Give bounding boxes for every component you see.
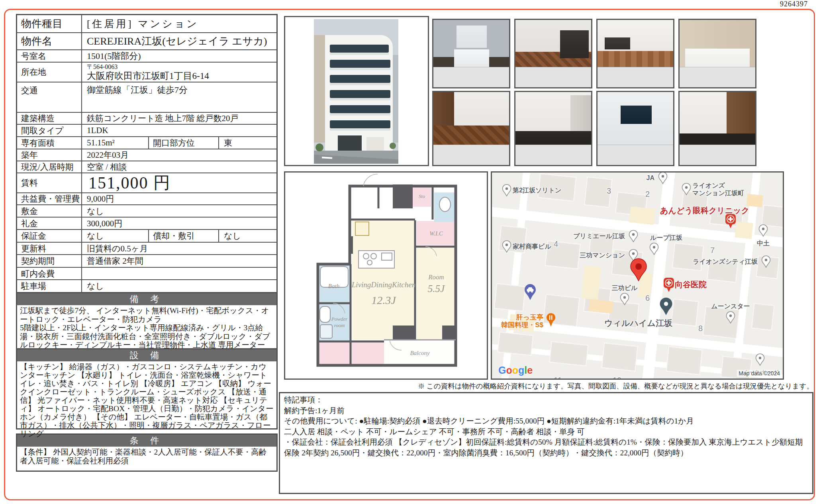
photo-image [680,20,755,67]
photo-caption-strip [680,145,755,165]
map-poi-label[interactable]: 向谷医院 [675,281,707,288]
spec-label: 賃料 [17,173,82,192]
map-pin-poi-7[interactable] [629,230,638,244]
map-pin-poi-2[interactable] [658,172,668,186]
remarks-body: 江坂駅まで徒歩7分、 インターネット無料(Wi-Fi付)・宅配ボックス・オートロ… [17,305,276,348]
map-poi-label[interactable]: ムーンスター [699,302,762,310]
photo-caption-strip [680,67,755,87]
floor-plan-image: LivingDiningKitchen 12.3J Room 5.5J W.I.… [285,173,487,378]
photo-image [433,92,509,145]
map-pin-poi-26[interactable] [755,353,765,368]
photo-image [515,92,591,145]
spec-row-13: 礼金300,000円 [17,217,276,229]
photo-caption-strip [598,67,673,87]
spec-table: 物件種目[住居用] マンション物件名CEREJEIRA江坂(セレジェイラ エサカ… [16,14,278,293]
spec-row-4: 交通御堂筋線「江坂」徒歩7分 [17,82,276,112]
map-pin-poi-0[interactable] [502,184,511,198]
map-poi-label[interactable]: ライオンズシティ江坂 [693,258,758,265]
spec-row-10: 賃料151,000 円 [17,173,276,192]
map-pin-dark-22[interactable] [659,297,673,317]
map-poi-label[interactable]: 中土 [731,239,784,247]
google-logo-letter: o [506,365,512,376]
spec-column: 物件種目[住居用] マンション物件名CEREJEIRA江坂(セレジェイラ エサカ… [16,14,278,472]
map-poi-label[interactable]: ライオンズ マンション江坂町 [692,182,744,197]
building-exterior-photo [284,16,429,166]
map-pin-poi-17[interactable] [620,293,629,307]
map-pin-poi-12[interactable] [758,224,768,239]
map-poi-label[interactable]: 家村商事ビル [513,243,551,250]
spec-label: 駐車場 [17,280,82,292]
google-logo[interactable]: Google [498,365,533,376]
google-logo-letter: G [498,365,506,376]
photo-caption-strip [515,145,591,165]
photo-caption-strip [433,145,509,165]
spec-value: 旧賃料の0.5ヶ月 [82,243,276,254]
spec-row-14: 保証金なし償却・敷引なし [17,229,276,242]
map-block-number: 10 [613,377,621,380]
google-logo-letter: e [527,365,533,376]
photo-image [515,20,591,67]
plan-powder-label2: room [334,322,345,328]
spec-label: 築年 [17,149,82,161]
map-poi-label[interactable]: 第2江坂ソリトン [513,186,561,194]
map-pin-park[interactable] [524,284,537,302]
document-id: 9264397 [780,0,808,8]
spec-value: 普通借家 2年間 [82,255,276,267]
spec-row-11: 共益費・管理費9,000円 [17,192,276,204]
plan-room-size: 5.5J [428,283,445,294]
floor-plan-panel: LivingDiningKitchen 12.3J Room 5.5J W.I.… [284,171,488,380]
map-poi-label[interactable]: 肝っ玉亭 韓国料理・S$ [501,314,543,329]
map-pin-hosp-19[interactable] [663,277,674,294]
map-poi-label[interactable]: JA [647,174,654,182]
photo-walk-in-closet [678,91,756,166]
spec-value: 9,000円 [82,193,276,204]
photo-bathroom [678,19,756,88]
map-pin-prop[interactable] [629,258,648,283]
special-note-line: 二人入居 相談・ペット 不可・ルームシェア 不可・事務所 不可・高齢者 相談・単… [284,427,808,437]
spec-label: 専有面積 [17,137,82,149]
map-panel[interactable]: 第2江坂ソリトン3JA2ライオンズ マンション江坂町あんどう眼科クリニックプリミ… [491,171,784,380]
spec-label: 更新料 [17,243,82,254]
spec-label: 現況/入居時期 [17,161,82,173]
map-poi-label[interactable]: ループ江坂 [650,234,682,241]
map-poi-label[interactable]: 三功マンション [580,251,625,259]
spec-row-3: 所在地〒564-0063大阪府吹田市江坂町1丁目6-14 [17,62,276,82]
conditions-header: 条 件 [17,435,276,447]
remarks-section: 備 考 江坂駅まで徒歩7分、 インターネット無料(Wi-Fi付)・宅配ボックス・… [16,293,278,349]
spec-value: 鉄筋コンクリート造 地上7階 総戸数20戸 [82,113,276,124]
spec-value: 300,000円 [82,218,276,229]
spec-row-9: 現況/入居時期空室 / 相談 [17,161,276,173]
photo-image [598,20,673,67]
map-poi-label[interactable]: 三功ビル [593,284,656,292]
spec-row-2: 号室名1501(5階部分) [17,49,276,62]
spec-row-17: 町内会費 [17,267,276,279]
spec-row-16: 契約期間普通借家 2年間 [17,254,276,267]
spec-value: 空室 / 相談 [82,161,276,173]
equipment-section: 設 備 【キッチン】 給湯器（ガス）・ガスコンロ・システムキッチン・カウンターキ… [16,349,278,429]
photo-hallway [514,91,592,166]
spec-label: 敷金 [17,205,82,217]
map-pin-poi-4[interactable] [682,183,691,197]
google-logo-letter: o [512,365,518,376]
map-pin-rest-21[interactable] [546,313,556,329]
spec-label: 共益費・管理費 [17,193,82,204]
spec-row-0: 物件種目[住居用] マンション [17,15,276,32]
photo-living-room [596,19,674,88]
spec-label: 礼金 [17,218,82,229]
disclaimer-text: ※ この資料は物件の概略紹介資料になります。写真、間取図面、設備、概要などが現況… [279,381,813,391]
map-poi-label[interactable]: ウィルハイム江坂 [604,319,672,327]
photo-washstand [432,19,510,88]
map-pin-poi-10[interactable] [502,240,511,255]
map-pin-hosp[interactable] [725,214,736,230]
special-note-line: 解約予告:1ヶ月前 [284,406,808,416]
map-poi-label[interactable]: プリミエール江坂 [573,232,625,240]
spec-value-2: なし [219,230,276,242]
map-pin-poi-8[interactable] [649,243,659,257]
photo-bedroom-accent-wall [432,91,510,166]
spec-label: 町内会費 [17,268,82,279]
spec-value: 2022年03月 [82,149,276,161]
map-block-number: 2 [645,190,650,198]
map-pin-poi-20[interactable] [726,311,735,326]
map-pin-poi-14[interactable] [761,255,771,270]
spec-label-2: 開口部方位 [149,137,219,149]
